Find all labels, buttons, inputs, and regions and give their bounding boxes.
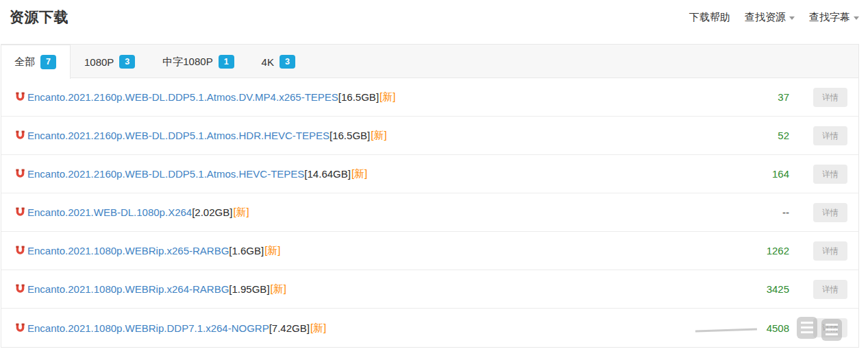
resource-row: Encanto.2021.1080p.WEBRip.DDP7.1.x264-NO… <box>1 309 858 347</box>
download-panel: 全部 7 1080P 3 中字1080P 1 4K 3 Encanto.2021… <box>1 44 859 348</box>
resource-name: Encanto.2021.1080p.WEBRip.x265-RARBG <box>27 245 229 256</box>
resource-size: [2.02GB] <box>192 206 232 218</box>
magnet-icon <box>16 169 25 179</box>
new-badge: [新] <box>271 283 286 296</box>
resource-size: [14.64GB] <box>304 168 351 180</box>
magnet-icon <box>16 323 25 333</box>
resource-size: [16.5GB] <box>338 91 379 103</box>
tab-item[interactable]: 1080P 3 <box>71 45 149 79</box>
resource-link[interactable]: Encanto.2021.2160p.WEB-DL.DDP5.1.Atmos.D… <box>16 91 734 104</box>
detail-button[interactable]: 详情 <box>813 88 847 107</box>
resource-list: Encanto.2021.2160p.WEB-DL.DDP5.1.Atmos.D… <box>1 78 859 348</box>
tab-count-badge: 1 <box>219 55 234 69</box>
page-header: 资源下载 下载帮助 查找资源 查找字幕 <box>0 0 868 44</box>
magnet-icon <box>16 130 25 141</box>
resource-size: [7.42GB] <box>269 322 310 334</box>
top-nav: 下载帮助 查找资源 查找字幕 <box>675 8 859 24</box>
resource-size: [16.5GB] <box>330 130 370 141</box>
detail-button[interactable]: 详情 <box>813 203 847 222</box>
resource-row: Encanto.2021.1080p.WEBRip.x265-RARBG[1.6… <box>1 232 858 270</box>
tab-count-badge: 3 <box>280 55 295 69</box>
seed-count: 52 <box>734 130 789 141</box>
tab-item[interactable]: 全部 7 <box>1 44 71 79</box>
seed-count: -- <box>734 206 789 218</box>
new-badge: [新] <box>310 322 326 335</box>
new-badge: [新] <box>264 244 280 257</box>
page-title: 资源下载 <box>10 8 69 27</box>
seed-count: 3425 <box>734 283 789 295</box>
resource-size: [1.95GB] <box>229 283 269 295</box>
new-badge: [新] <box>233 206 249 219</box>
resource-name: Encanto.2021.2160p.WEB-DL.DDP5.1.Atmos.D… <box>27 91 338 103</box>
detail-button[interactable]: 详情 <box>813 318 847 337</box>
seed-count: 4508 <box>734 322 789 334</box>
resource-name: Encanto.2021.1080p.WEBRip.DDP7.1.x264-NO… <box>27 322 269 334</box>
tab-item[interactable]: 4K 3 <box>248 45 309 79</box>
resource-row: Encanto.2021.2160p.WEB-DL.DDP5.1.Atmos.H… <box>1 117 858 155</box>
top-nav-label: 查找资源 <box>745 11 786 24</box>
resource-row: Encanto.2021.2160p.WEB-DL.DDP5.1.Atmos.D… <box>1 78 858 117</box>
detail-button[interactable]: 详情 <box>813 241 847 261</box>
resource-link[interactable]: Encanto.2021.1080p.WEBRip.DDP7.1.x264-NO… <box>16 322 734 335</box>
detail-button[interactable]: 详情 <box>813 165 847 184</box>
top-nav-label: 下载帮助 <box>689 11 730 24</box>
new-badge: [新] <box>351 167 367 180</box>
resource-link[interactable]: Encanto.2021.WEB-DL.1080p.X264[2.02GB][新… <box>16 206 734 219</box>
top-nav-link[interactable]: 查找资源 <box>745 11 795 24</box>
resource-row: Encanto.2021.2160p.WEB-DL.DDP5.1.Atmos.H… <box>1 155 858 193</box>
tab-label: 全部 <box>14 56 35 69</box>
resource-link[interactable]: Encanto.2021.2160p.WEB-DL.DDP5.1.Atmos.H… <box>16 129 734 142</box>
tab-label: 中字1080P <box>162 56 212 69</box>
tab-count-badge: 3 <box>119 55 135 69</box>
tab-item[interactable]: 中字1080P 1 <box>149 45 247 79</box>
top-nav-link[interactable]: 下载帮助 <box>689 11 730 24</box>
tabbar: 全部 7 1080P 3 中字1080P 1 4K 3 <box>1 44 859 78</box>
seed-count: 37 <box>734 91 789 103</box>
resource-name: Encanto.2021.1080p.WEBRip.x264-RARBG <box>27 283 229 295</box>
tab-label: 1080P <box>84 56 114 68</box>
chevron-down-icon <box>789 16 795 20</box>
magnet-icon <box>16 92 25 102</box>
detail-button[interactable]: 详情 <box>813 280 847 299</box>
detail-button[interactable]: 详情 <box>813 126 847 145</box>
magnet-icon <box>16 246 25 256</box>
resource-row: Encanto.2021.1080p.WEBRip.x264-RARBG[1.9… <box>1 270 858 309</box>
resource-name: Encanto.2021.2160p.WEB-DL.DDP5.1.Atmos.H… <box>27 168 304 180</box>
tab-count-badge: 7 <box>40 55 56 69</box>
top-nav-label: 查找字幕 <box>809 11 850 24</box>
top-nav-link[interactable]: 查找字幕 <box>809 11 859 24</box>
resource-link[interactable]: Encanto.2021.2160p.WEB-DL.DDP5.1.Atmos.H… <box>16 167 734 180</box>
resource-row: Encanto.2021.WEB-DL.1080p.X264[2.02GB][新… <box>1 193 858 232</box>
magnet-icon <box>16 284 25 294</box>
magnet-icon <box>16 207 25 217</box>
resource-link[interactable]: Encanto.2021.1080p.WEBRip.x264-RARBG[1.9… <box>16 283 734 296</box>
resource-name: Encanto.2021.WEB-DL.1080p.X264 <box>27 206 192 218</box>
resource-link[interactable]: Encanto.2021.1080p.WEBRip.x265-RARBG[1.6… <box>16 244 734 257</box>
chevron-down-icon <box>854 16 859 20</box>
seed-count: 1262 <box>734 245 789 256</box>
seed-count: 164 <box>734 168 789 180</box>
resource-name: Encanto.2021.2160p.WEB-DL.DDP5.1.Atmos.H… <box>27 130 330 141</box>
new-badge: [新] <box>371 129 386 142</box>
tab-label: 4K <box>262 56 274 68</box>
new-badge: [新] <box>380 91 395 104</box>
resource-size: [1.6GB] <box>229 245 264 256</box>
